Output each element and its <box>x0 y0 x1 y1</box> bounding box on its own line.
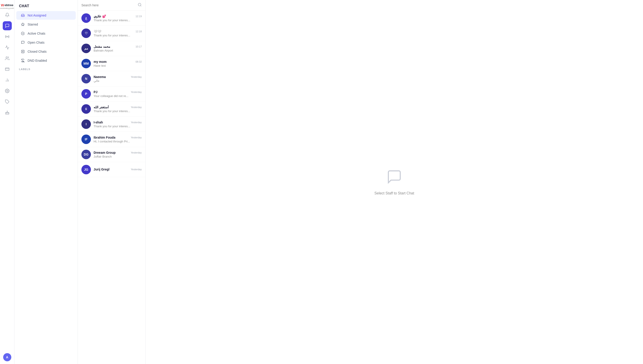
sidebar-item-active-chats[interactable]: Active Chats <box>16 29 76 38</box>
chat-bubble-icon <box>5 24 10 28</box>
sidebar-item-dnd-enabled[interactable]: DND Enabled <box>16 56 76 65</box>
chat-avatar: JG <box>82 165 91 174</box>
sidebar-item-not-assigned[interactable]: Not Assigned <box>16 11 76 20</box>
chat-list-item[interactable]: JG Jurij Gregl Yesterday <box>78 162 146 177</box>
chat-preview: Bahrain Airport <box>94 49 142 52</box>
settings-nav-icon[interactable] <box>3 86 12 96</box>
chat-name-row: Naeema Yesterday <box>94 75 142 79</box>
chat-avatar: N <box>82 74 91 84</box>
chat-info: Dreeam Group Yesterday Juffair Branch <box>94 151 142 158</box>
chat-time: Yesterday <box>131 91 142 93</box>
chat-preview: Juffair Branch <box>94 155 142 158</box>
chat-name: Dreeam Group <box>94 151 116 154</box>
reports-nav-icon[interactable] <box>3 76 12 84</box>
chat-preview: عالي <box>94 79 142 82</box>
chat-time: 08:32 <box>136 60 142 63</box>
dnd-enabled-label: DND Enabled <box>28 59 47 62</box>
chat-list-panel: غ علاوي 💕 12:19 Thank you for your inter… <box>78 0 146 364</box>
bot-nav-icon[interactable] <box>3 108 12 117</box>
app-logo: w ebtree accelerating growth <box>0 3 14 9</box>
analytics-icon <box>5 45 10 50</box>
chat-name-row: my mom 08:32 <box>94 60 142 64</box>
chat-avatar: مم <box>82 44 91 53</box>
search-icon <box>138 3 142 8</box>
svg-rect-2 <box>5 68 9 70</box>
chat-avatar: I <box>82 119 91 129</box>
chat-name-row: علاوي 💕 12:19 <box>94 14 142 18</box>
id-card-icon <box>5 67 10 72</box>
chat-avatar: DG <box>82 150 91 159</box>
chat-name: Ibrahim Fouda <box>94 136 115 139</box>
svg-rect-16 <box>22 41 24 43</box>
chat-list-item[interactable]: غ علاوي 💕 12:19 Thank you for your inter… <box>78 11 146 26</box>
chat-avatar: MM <box>82 59 91 68</box>
chat-name-row: PJ Yesterday <box>94 90 142 94</box>
svg-point-7 <box>6 90 8 92</box>
svg-rect-9 <box>6 112 9 114</box>
check-circle-icon <box>21 32 25 36</box>
gear-icon <box>5 89 10 93</box>
chat-time: Yesterday <box>131 76 142 78</box>
chat-preview: Hi, I contacted through Pri... <box>94 140 142 143</box>
chat-list-item[interactable]: I I-shah Yesterday Thank you for your in… <box>78 117 146 132</box>
chat-info: علاوي 💕 12:19 Thank you for your interes… <box>94 14 142 22</box>
chat-avatar: P <box>82 89 91 98</box>
contacts-nav-icon[interactable] <box>3 54 12 63</box>
contact-card-nav-icon[interactable] <box>3 65 12 74</box>
svg-point-10 <box>7 111 8 112</box>
svg-rect-14 <box>8 113 8 114</box>
chat-sidebar-title: CHAT <box>14 0 78 11</box>
star-icon <box>21 22 25 26</box>
search-input[interactable] <box>82 4 136 7</box>
broadcast-nav-icon[interactable] <box>3 32 12 41</box>
labels-section-header: LABELS <box>14 65 78 72</box>
bell-off-icon <box>21 58 25 63</box>
chat-info: PJ Yesterday Your colleague did not re..… <box>94 90 142 98</box>
user-avatar[interactable]: A <box>3 353 11 361</box>
sidebar-item-open-chats[interactable]: Open Chats <box>16 38 76 47</box>
chat-avatar: Ii <box>82 104 91 114</box>
svg-line-23 <box>140 6 141 6</box>
chat-name: my mom <box>94 60 107 64</box>
chat-avatar: IF <box>82 134 91 144</box>
chat-time: 12:18 <box>136 30 142 33</box>
analytics-nav-icon[interactable] <box>3 43 12 52</box>
sidebar-item-starred[interactable]: Starred <box>16 20 76 29</box>
chat-info: my mom 08:32 Have texi <box>94 60 142 67</box>
svg-point-22 <box>138 3 141 6</box>
notification-nav-icon[interactable] <box>3 10 12 20</box>
chat-list-item[interactable]: IF Ibrahim Fouda Yesterday Hi, I contact… <box>78 132 146 147</box>
main-content-area: Select Staff to Start Chat <box>146 0 643 364</box>
icon-sidebar: w ebtree accelerating growth A <box>0 0 14 364</box>
chat-list-item[interactable]: N Naeema Yesterday عالي <box>78 71 146 86</box>
chat-list-item[interactable]: مم محمد مشعل 10:17 Bahrain Airport <box>78 41 146 56</box>
radio-icon <box>5 34 10 39</box>
label-nav-icon[interactable] <box>3 97 12 106</box>
chat-preview: Thank you for your interes... <box>94 124 142 128</box>
chat-name: علاوي 💕 <box>94 14 106 18</box>
starred-label: Starred <box>28 22 38 26</box>
svg-marker-15 <box>21 23 24 26</box>
chat-list-item[interactable]: DG Dreeam Group Yesterday Juffair Branch <box>78 147 146 162</box>
chat-nav-icon[interactable] <box>3 21 12 30</box>
chat-time: 12:19 <box>136 15 142 18</box>
x-square-icon <box>21 50 25 54</box>
chat-time: 10:17 <box>136 45 142 48</box>
chat-name-row: Jurij Gregl Yesterday <box>94 168 142 171</box>
chat-list-item[interactable]: ♡ 🤍🤍 12:18 Thank you for your interes... <box>78 26 146 41</box>
not-assigned-label: Not Assigned <box>28 14 46 17</box>
chat-name-row: Ibrahim Fouda Yesterday <box>94 136 142 139</box>
empty-state: Select Staff to Start Chat <box>374 169 414 195</box>
active-chats-label: Active Chats <box>28 32 46 35</box>
chat-list-item[interactable]: P PJ Yesterday Your colleague did not re… <box>78 86 146 102</box>
chat-items-list: غ علاوي 💕 12:19 Thank you for your inter… <box>78 11 146 364</box>
sidebar-item-closed-chats[interactable]: Closed Chats <box>16 47 76 56</box>
empty-chat-icon <box>386 169 402 188</box>
chat-name: I-shah <box>94 120 103 124</box>
chat-list-item[interactable]: Ii أستغفر الله Yesterday Thank you for y… <box>78 102 146 117</box>
users-icon <box>5 56 10 60</box>
chat-avatar: ♡ <box>82 28 91 38</box>
chat-preview: Thank you for your interes... <box>94 34 142 37</box>
svg-point-1 <box>6 57 8 58</box>
chat-list-item[interactable]: MM my mom 08:32 Have texi <box>78 56 146 71</box>
